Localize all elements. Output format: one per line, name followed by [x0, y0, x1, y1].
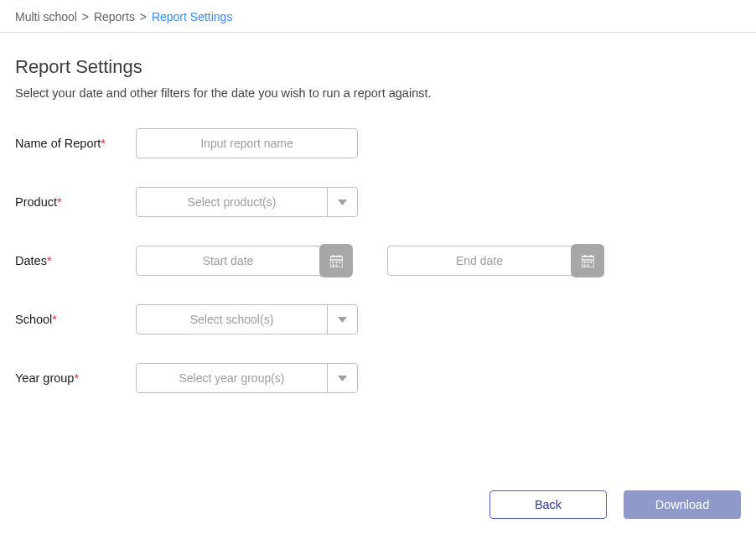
svg-marker-0 — [338, 200, 347, 205]
report-name-input[interactable] — [136, 128, 358, 158]
label-school: School* — [15, 313, 136, 326]
label-school-text: School — [15, 313, 52, 326]
breadcrumb-separator: > — [82, 10, 89, 23]
svg-marker-19 — [338, 317, 347, 323]
breadcrumb-item-multi-school[interactable]: Multi school — [15, 10, 77, 23]
product-select-placeholder: Select product(s) — [137, 195, 357, 209]
required-asterisk: * — [52, 313, 57, 326]
svg-rect-3 — [333, 255, 334, 257]
chevron-down-icon — [327, 364, 357, 392]
svg-rect-8 — [332, 264, 334, 266]
row-dates: Dates* Start date End date — [15, 246, 741, 276]
svg-marker-20 — [338, 376, 347, 381]
svg-rect-18 — [587, 264, 588, 266]
breadcrumb-separator: > — [140, 10, 147, 23]
row-product: Product* Select product(s) — [15, 187, 741, 217]
svg-rect-15 — [587, 262, 588, 263]
svg-rect-5 — [332, 262, 334, 263]
product-select[interactable]: Select product(s) — [136, 187, 358, 217]
label-year-group: Year group* — [15, 371, 136, 385]
year-group-select-placeholder: Select year group(s) — [137, 371, 357, 385]
label-product-text: Product — [15, 195, 57, 209]
label-dates-text: Dates — [15, 254, 47, 267]
svg-rect-16 — [590, 262, 592, 263]
download-button[interactable]: Download — [624, 490, 741, 519]
svg-rect-4 — [339, 255, 340, 257]
svg-rect-6 — [335, 262, 337, 263]
start-date-input[interactable]: Start date — [136, 246, 352, 276]
calendar-icon[interactable] — [319, 244, 353, 277]
breadcrumb-item-report-settings: Report Settings — [152, 10, 233, 23]
required-asterisk: * — [57, 195, 62, 209]
svg-rect-17 — [583, 264, 585, 266]
row-report-name: Name of Report* — [15, 128, 741, 158]
end-date-placeholder: End date — [388, 254, 571, 267]
label-dates: Dates* — [15, 254, 136, 267]
svg-rect-9 — [335, 264, 337, 266]
required-asterisk: * — [47, 254, 52, 267]
required-asterisk: * — [101, 137, 106, 150]
page-title: Report Settings — [15, 56, 741, 78]
svg-rect-14 — [583, 262, 585, 263]
row-year-group: Year group* Select year group(s) — [15, 363, 741, 393]
breadcrumb-item-reports[interactable]: Reports — [94, 10, 135, 23]
chevron-down-icon — [327, 305, 357, 334]
label-product: Product* — [15, 195, 136, 209]
label-report-name: Name of Report* — [15, 137, 136, 150]
svg-rect-7 — [339, 262, 340, 263]
school-select-placeholder: Select school(s) — [137, 313, 357, 326]
chevron-down-icon — [327, 188, 357, 216]
label-year-group-text: Year group — [15, 371, 74, 385]
year-group-select[interactable]: Select year group(s) — [136, 363, 358, 393]
school-select[interactable]: Select school(s) — [136, 304, 358, 334]
svg-rect-12 — [584, 255, 586, 257]
row-school: School* Select school(s) — [15, 304, 741, 334]
breadcrumb: Multi school > Reports > Report Settings — [0, 0, 756, 33]
start-date-placeholder: Start date — [137, 254, 319, 267]
calendar-icon[interactable] — [571, 244, 604, 277]
svg-rect-13 — [590, 255, 592, 257]
required-asterisk: * — [74, 371, 79, 385]
end-date-input[interactable]: End date — [387, 246, 603, 276]
page-subtitle: Select your date and other filters for t… — [15, 86, 741, 100]
footer-actions: Back Download — [489, 490, 741, 519]
back-button[interactable]: Back — [489, 490, 607, 519]
label-report-name-text: Name of Report — [15, 137, 101, 150]
